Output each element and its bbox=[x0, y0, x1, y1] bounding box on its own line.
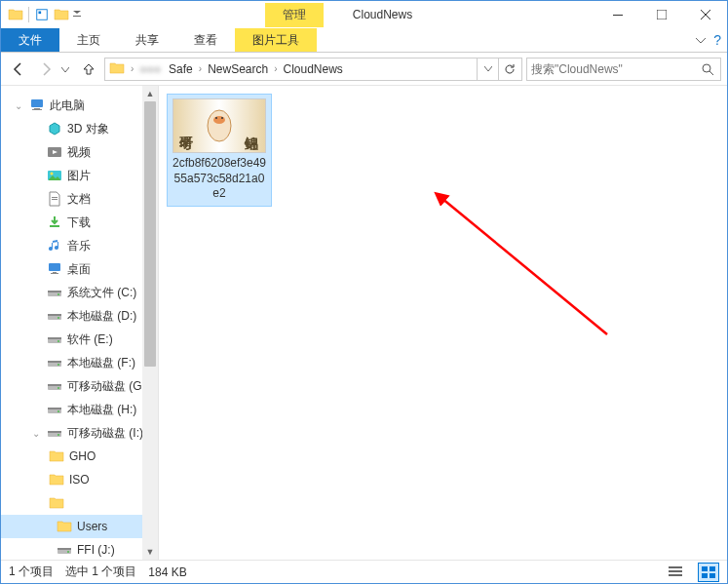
chevron-down-icon[interactable]: ⌄ bbox=[15, 100, 24, 111]
breadcrumb-segment[interactable]: ○○○ bbox=[135, 62, 165, 76]
tree-item[interactable]: 本地磁盘 (F:) bbox=[1, 351, 158, 374]
breadcrumb-dropdown-icon[interactable] bbox=[477, 58, 498, 80]
tab-share[interactable]: 共享 bbox=[118, 28, 176, 52]
tab-view[interactable]: 查看 bbox=[176, 28, 235, 52]
tree-item[interactable]: FFI (J:) bbox=[1, 538, 158, 560]
music-icon bbox=[46, 237, 63, 254]
svg-rect-3 bbox=[613, 15, 623, 16]
tab-picture-tools[interactable]: 图片工具 bbox=[235, 28, 317, 52]
up-button[interactable] bbox=[77, 58, 100, 81]
tree-item[interactable] bbox=[1, 491, 158, 515]
svg-rect-21 bbox=[48, 314, 61, 316]
view-icons-button[interactable] bbox=[698, 563, 719, 582]
help-icon[interactable]: ? bbox=[713, 32, 721, 48]
drive-icon bbox=[46, 424, 63, 442]
tree-item[interactable]: 图片 bbox=[1, 164, 158, 187]
svg-rect-52 bbox=[709, 573, 715, 578]
tree-item[interactable]: 软件 (E:) bbox=[1, 328, 158, 351]
tree-item[interactable]: 音乐 bbox=[1, 234, 158, 257]
maximize-button[interactable] bbox=[639, 1, 683, 28]
new-folder-icon[interactable] bbox=[53, 6, 70, 23]
tree-item[interactable]: ISO bbox=[1, 468, 158, 491]
scroll-down-icon[interactable]: ▼ bbox=[142, 544, 158, 560]
ribbon-expand-icon[interactable] bbox=[692, 31, 709, 49]
minimize-button[interactable] bbox=[595, 1, 639, 28]
scroll-thumb[interactable] bbox=[144, 101, 156, 367]
back-button[interactable] bbox=[7, 58, 30, 81]
tree-item[interactable]: 本地磁盘 (D:) bbox=[1, 304, 158, 328]
tree-label: 可移动磁盘 (G:) bbox=[67, 378, 149, 395]
drive-icon bbox=[56, 541, 73, 559]
view-details-button[interactable] bbox=[665, 563, 686, 582]
status-size: 184 KB bbox=[148, 565, 186, 579]
close-button[interactable] bbox=[683, 1, 727, 28]
breadcrumb-segment[interactable]: NewSearch bbox=[204, 62, 272, 76]
video-icon bbox=[46, 143, 63, 161]
content-area[interactable]: 考研 锦鲤 2cfb8f6208ef3e4955a573c58d21a0e2 bbox=[159, 86, 727, 560]
tree-item[interactable]: 视频 bbox=[1, 140, 158, 164]
tree-label: 3D 对象 bbox=[67, 121, 109, 137]
search-icon[interactable] bbox=[699, 60, 716, 78]
svg-point-25 bbox=[57, 340, 59, 342]
pictures-icon bbox=[46, 167, 63, 184]
computer-icon bbox=[28, 97, 46, 114]
tree-label: ISO bbox=[69, 473, 90, 487]
tree-label: 文档 bbox=[67, 191, 91, 208]
scroll-up-icon[interactable]: ▲ bbox=[142, 86, 158, 101]
forward-button[interactable] bbox=[34, 58, 57, 81]
scroll-track[interactable] bbox=[142, 101, 158, 544]
tree-item[interactable]: 系统文件 (C:) bbox=[1, 281, 158, 304]
tree-item[interactable]: 本地磁盘 (H:) bbox=[1, 398, 158, 421]
svg-point-11 bbox=[51, 173, 54, 175]
file-item[interactable]: 考研 锦鲤 2cfb8f6208ef3e4955a573c58d21a0e2 bbox=[167, 94, 272, 207]
contextual-tab-label: 管理 bbox=[265, 3, 324, 27]
qat-dropdown-icon[interactable] bbox=[72, 7, 82, 22]
tab-file[interactable]: 文件 bbox=[1, 28, 59, 52]
scrollbar[interactable]: ▲ ▼ bbox=[142, 86, 158, 560]
tree-label: 系统文件 (C:) bbox=[67, 285, 136, 301]
properties-icon[interactable] bbox=[33, 6, 51, 23]
chevron-down-icon[interactable]: ⌄ bbox=[32, 428, 42, 439]
svg-point-44 bbox=[221, 117, 223, 119]
tree-label: 下载 bbox=[67, 214, 91, 231]
drive-icon bbox=[46, 331, 63, 348]
search-input[interactable] bbox=[531, 62, 699, 76]
annotation-arrow bbox=[432, 188, 627, 344]
tree-item[interactable]: 桌面 bbox=[1, 257, 158, 281]
drive-icon bbox=[46, 284, 63, 301]
tree-item[interactable]: 文档 bbox=[1, 187, 158, 211]
breadcrumb-segment[interactable]: Safe bbox=[165, 62, 197, 76]
status-item-count: 1 个项目 bbox=[9, 564, 54, 580]
tree-item[interactable]: 下载 bbox=[1, 211, 158, 234]
chevron-right-icon[interactable]: › bbox=[272, 63, 279, 74]
svg-rect-1 bbox=[39, 12, 42, 15]
tree-item[interactable]: ⌄可移动磁盘 (I:) bbox=[1, 421, 158, 445]
svg-point-22 bbox=[57, 317, 59, 319]
tree-label: 桌面 bbox=[67, 261, 91, 278]
breadcrumb[interactable]: › ○○○ Safe › NewSearch › CloudNews bbox=[104, 58, 522, 81]
chevron-right-icon[interactable]: › bbox=[197, 63, 204, 74]
tree-item[interactable]: 3D 对象 bbox=[1, 117, 158, 140]
svg-rect-6 bbox=[31, 99, 43, 107]
folder-icon bbox=[48, 471, 65, 488]
tree-item[interactable]: Users bbox=[1, 515, 158, 538]
svg-rect-48 bbox=[669, 574, 682, 576]
svg-rect-47 bbox=[669, 570, 682, 572]
tab-home[interactable]: 主页 bbox=[59, 28, 118, 52]
tree-label: 此电脑 bbox=[50, 97, 85, 114]
tree-item[interactable]: 可移动磁盘 (G:) bbox=[1, 374, 158, 398]
tree-label: 图片 bbox=[67, 168, 91, 184]
documents-icon bbox=[46, 190, 63, 208]
svg-rect-30 bbox=[48, 384, 61, 386]
history-dropdown-icon[interactable] bbox=[61, 62, 73, 76]
svg-rect-12 bbox=[52, 197, 57, 198]
breadcrumb-segment[interactable]: CloudNews bbox=[280, 62, 347, 76]
tree-this-pc[interactable]: ⌄ 此电脑 bbox=[1, 94, 158, 117]
tree-label: 软件 (E:) bbox=[67, 331, 113, 348]
svg-rect-8 bbox=[32, 109, 42, 110]
refresh-button[interactable] bbox=[498, 58, 519, 80]
tree-item[interactable]: GHO bbox=[1, 445, 158, 468]
chevron-right-icon[interactable]: › bbox=[129, 63, 135, 74]
search-box[interactable] bbox=[526, 58, 721, 81]
navigation-pane[interactable]: ⌄ 此电脑 3D 对象视频图片文档下载音乐桌面系统文件 (C:)本地磁盘 (D:… bbox=[1, 86, 159, 560]
